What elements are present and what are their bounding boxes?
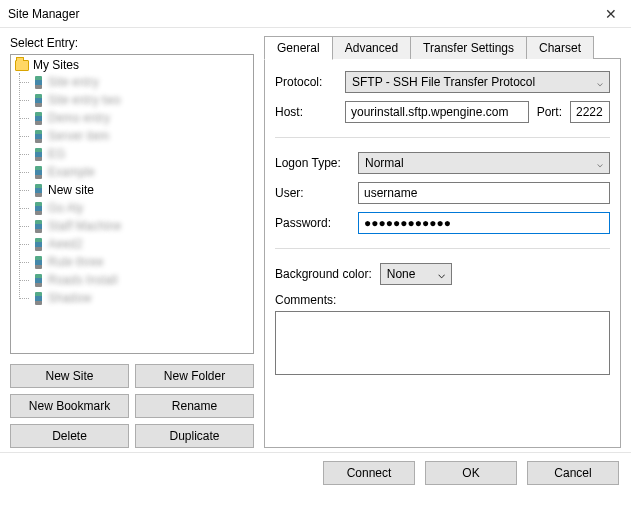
comments-input[interactable]: [275, 311, 610, 375]
tree-root-my-sites[interactable]: My Sites: [11, 57, 253, 73]
chevron-down-icon: ⌵: [597, 77, 603, 88]
server-icon: [35, 220, 42, 233]
right-panel: General Advanced Transfer Settings Chars…: [264, 36, 621, 448]
tab-advanced[interactable]: Advanced: [332, 36, 411, 59]
tree-item[interactable]: Example: [31, 163, 253, 181]
server-icon: [35, 94, 42, 107]
tree-item-label: Site entry two: [48, 93, 121, 107]
bgcolor-row: Background color: None ⌵: [275, 263, 610, 285]
server-icon: [35, 166, 42, 179]
select-entry-label: Select Entry:: [10, 36, 254, 50]
tree-item-label: Shadow: [48, 291, 91, 305]
logon-row: Logon Type: Normal ⌵: [275, 152, 610, 174]
logon-type-label: Logon Type:: [275, 156, 350, 170]
tree-children: Site entrySite entry twoDemo entryServer…: [11, 73, 253, 307]
tree-item-label: Aeed2: [48, 237, 83, 251]
separator: [275, 248, 610, 249]
tree-item[interactable]: EG: [31, 145, 253, 163]
server-icon: [35, 112, 42, 125]
tree-item[interactable]: Go Aly: [31, 199, 253, 217]
ok-button[interactable]: OK: [425, 461, 517, 485]
tree-item-label: Go Aly: [48, 201, 83, 215]
host-label: Host:: [275, 105, 337, 119]
protocol-row: Protocol: SFTP - SSH File Transfer Proto…: [275, 71, 610, 93]
tab-general[interactable]: General: [264, 36, 333, 60]
left-buttons: New Site New Folder New Bookmark Rename …: [10, 364, 254, 448]
tree-root-label: My Sites: [33, 58, 79, 72]
user-row: User:: [275, 182, 610, 204]
server-icon: [35, 76, 42, 89]
new-site-button[interactable]: New Site: [10, 364, 129, 388]
tree-item[interactable]: Aeed2: [31, 235, 253, 253]
title-bar: Site Manager ✕: [0, 0, 631, 28]
tree-item[interactable]: New site: [31, 181, 253, 199]
tree-item[interactable]: Site entry: [31, 73, 253, 91]
chevron-down-icon: ⌵: [438, 267, 445, 281]
server-icon: [35, 130, 42, 143]
server-icon: [35, 184, 42, 197]
tree-item-label: Example: [48, 165, 95, 179]
server-icon: [35, 292, 42, 305]
background-color-select[interactable]: None ⌵: [380, 263, 452, 285]
port-input[interactable]: [570, 101, 610, 123]
tree-item-label: EG: [48, 147, 65, 161]
server-icon: [35, 256, 42, 269]
server-icon: [35, 202, 42, 215]
password-input[interactable]: [358, 212, 610, 234]
server-icon: [35, 274, 42, 287]
server-icon: [35, 238, 42, 251]
protocol-select[interactable]: SFTP - SSH File Transfer Protocol ⌵: [345, 71, 610, 93]
tree-item[interactable]: Demo entry: [31, 109, 253, 127]
new-bookmark-button[interactable]: New Bookmark: [10, 394, 129, 418]
window-title: Site Manager: [8, 7, 79, 21]
tree-item-label: Site entry: [48, 75, 99, 89]
separator: [275, 137, 610, 138]
background-color-value: None: [387, 267, 416, 281]
delete-button[interactable]: Delete: [10, 424, 129, 448]
tree-item-label: Server item: [48, 129, 109, 143]
new-folder-button[interactable]: New Folder: [135, 364, 254, 388]
cancel-button[interactable]: Cancel: [527, 461, 619, 485]
logon-type-value: Normal: [365, 156, 404, 170]
host-input[interactable]: [345, 101, 529, 123]
chevron-down-icon: ⌵: [597, 158, 603, 169]
tree-item-label: Staff Machine: [48, 219, 121, 233]
tree-item-label: Demo entry: [48, 111, 110, 125]
footer-buttons: Connect OK Cancel: [0, 452, 631, 495]
duplicate-button[interactable]: Duplicate: [135, 424, 254, 448]
content-area: Select Entry: My Sites Site entrySite en…: [0, 28, 631, 452]
rename-button[interactable]: Rename: [135, 394, 254, 418]
port-label: Port:: [537, 105, 562, 119]
user-input[interactable]: [358, 182, 610, 204]
folder-icon: [15, 60, 29, 71]
server-icon: [35, 148, 42, 161]
tree-item[interactable]: Shadow: [31, 289, 253, 307]
comments-label: Comments:: [275, 293, 610, 307]
tab-bar: General Advanced Transfer Settings Chars…: [264, 36, 621, 59]
tree-item-label: New site: [48, 183, 94, 197]
general-panel: Protocol: SFTP - SSH File Transfer Proto…: [264, 59, 621, 448]
tree-item-label: Rule three: [48, 255, 103, 269]
tab-charset[interactable]: Charset: [526, 36, 594, 59]
tree-item[interactable]: Staff Machine: [31, 217, 253, 235]
protocol-label: Protocol:: [275, 75, 337, 89]
background-color-label: Background color:: [275, 267, 372, 281]
tree-item[interactable]: Server item: [31, 127, 253, 145]
host-row: Host: Port:: [275, 101, 610, 123]
tab-transfer-settings[interactable]: Transfer Settings: [410, 36, 527, 59]
tree-item-label: Roads Install: [48, 273, 117, 287]
close-icon[interactable]: ✕: [591, 0, 631, 28]
password-label: Password:: [275, 216, 350, 230]
password-row: Password:: [275, 212, 610, 234]
logon-type-select[interactable]: Normal ⌵: [358, 152, 610, 174]
connect-button[interactable]: Connect: [323, 461, 415, 485]
tree-item[interactable]: Rule three: [31, 253, 253, 271]
user-label: User:: [275, 186, 350, 200]
protocol-value: SFTP - SSH File Transfer Protocol: [352, 75, 535, 89]
left-panel: Select Entry: My Sites Site entrySite en…: [10, 36, 254, 448]
tree-item[interactable]: Roads Install: [31, 271, 253, 289]
tree-item[interactable]: Site entry two: [31, 91, 253, 109]
site-tree[interactable]: My Sites Site entrySite entry twoDemo en…: [10, 54, 254, 354]
